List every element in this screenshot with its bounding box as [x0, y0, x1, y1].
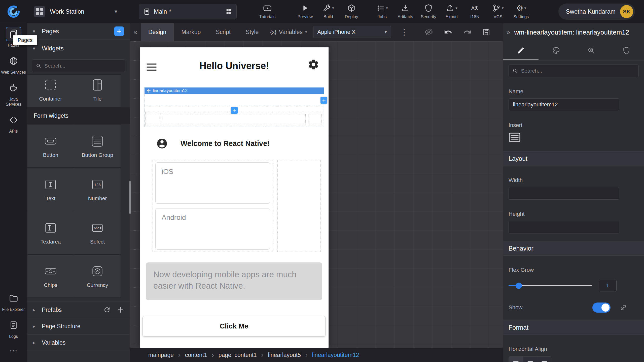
- height-field[interactable]: [509, 221, 619, 233]
- empty-layout-column[interactable]: [277, 160, 321, 252]
- widgets-section-header[interactable]: ▾ Widgets: [27, 39, 130, 57]
- widget-tile-chips[interactable]: Chips: [27, 255, 74, 297]
- page-structure-section-header[interactable]: ▸ Page Structure: [27, 318, 130, 335]
- property-search-input[interactable]: [521, 68, 635, 74]
- bind-property-icon[interactable]: [620, 304, 627, 311]
- rail-item-label: Logs: [9, 334, 18, 339]
- project-switcher[interactable]: Work Station ▾: [34, 6, 117, 17]
- widget-tile-textarea[interactable]: Textarea: [27, 211, 74, 254]
- rail-item-java-services[interactable]: Java Services: [0, 78, 27, 110]
- tab-styles[interactable]: [539, 41, 574, 60]
- phone-settings-gear-icon[interactable]: [307, 58, 319, 71]
- note-box[interactable]: Now developing mobile apps are much easi…: [146, 262, 322, 300]
- breadcrumb-item-content1[interactable]: content1: [185, 352, 207, 358]
- welcome-row[interactable]: Welcome to React Native!: [140, 136, 329, 151]
- save-button[interactable]: [482, 28, 491, 36]
- phone-header: Hello Universe!: [140, 47, 329, 85]
- selected-widget-wrapper[interactable]: linearlayoutitem12: [145, 88, 324, 127]
- expand-panel-button[interactable]: »: [506, 28, 510, 36]
- widget-search-box[interactable]: [32, 59, 125, 72]
- add-widget-center-button[interactable]: [231, 107, 238, 114]
- prefabs-section-header[interactable]: ▸ Prefabs: [27, 302, 130, 318]
- breadcrumb-item-linearlayoutitem12[interactable]: linearlayoutitem12: [312, 352, 359, 358]
- align-center-button[interactable]: [523, 357, 537, 362]
- app-logo[interactable]: [0, 5, 27, 19]
- page-tab-main[interactable]: Main *: [139, 4, 237, 19]
- security-button[interactable]: Security: [417, 4, 440, 19]
- widget-tile-currency[interactable]: Currency: [74, 255, 121, 297]
- tab-design[interactable]: Design: [141, 23, 174, 41]
- rail-item-logs[interactable]: Logs: [0, 315, 27, 342]
- deploy-button[interactable]: Deploy: [340, 4, 363, 19]
- layout-cell[interactable]: [163, 114, 306, 124]
- linearlayout-row[interactable]: [146, 112, 323, 126]
- device-select[interactable]: Apple iPhone X ▾: [313, 26, 391, 38]
- slider-thumb[interactable]: [516, 283, 522, 289]
- property-search-box[interactable]: [509, 65, 639, 77]
- refresh-icon[interactable]: [103, 306, 111, 314]
- widget-tile-container[interactable]: Container: [27, 75, 74, 107]
- widget-search-input[interactable]: [44, 63, 122, 69]
- breadcrumb-item-linearlayout5[interactable]: linearlayout5: [268, 352, 301, 358]
- rail-item-web-services[interactable]: Web Services: [0, 51, 27, 78]
- vcs-button[interactable]: ▾ VCS: [486, 4, 510, 19]
- add-prefab-icon[interactable]: [117, 307, 124, 313]
- jobs-button[interactable]: ▾ Jobs: [371, 4, 394, 19]
- pages-grid-icon[interactable]: [225, 8, 232, 15]
- widget-tile-text[interactable]: Text: [27, 168, 74, 211]
- tab-style[interactable]: Style: [238, 23, 266, 41]
- add-widget-right-button[interactable]: [320, 97, 327, 104]
- align-right-button[interactable]: [537, 357, 551, 362]
- settings-button[interactable]: ⚙ ▾ Settings: [510, 4, 533, 19]
- layout-cell[interactable]: [147, 114, 160, 124]
- selected-layout-item[interactable]: [145, 94, 324, 106]
- click-me-button[interactable]: Click Me: [142, 316, 326, 337]
- tab-markup[interactable]: Markup: [174, 23, 208, 41]
- rail-item-file-explorer[interactable]: File Explorer: [0, 288, 27, 315]
- export-button[interactable]: ▾ Export: [440, 4, 463, 19]
- variables-menu[interactable]: {x} Variables ▾: [270, 29, 307, 36]
- breadcrumb-item-mainpage[interactable]: mainpage: [148, 352, 174, 358]
- add-page-button[interactable]: [114, 26, 124, 36]
- tab-script[interactable]: Script: [208, 23, 238, 41]
- name-field[interactable]: [509, 98, 619, 111]
- preview-button[interactable]: Preview: [294, 4, 317, 19]
- panel-scrollbar[interactable]: [129, 181, 131, 214]
- tutorials-button[interactable]: Tutorials: [256, 4, 279, 19]
- chevron-down-icon[interactable]: ▾: [115, 8, 117, 15]
- undo-button[interactable]: [444, 28, 452, 36]
- artifacts-button[interactable]: Artifacts: [394, 4, 417, 19]
- list-item-ios[interactable]: iOS: [155, 162, 270, 204]
- more-options-button[interactable]: ⋮: [400, 27, 408, 37]
- widget-tile-select[interactable]: Abc Select: [74, 211, 121, 254]
- show-toggle[interactable]: [592, 303, 611, 313]
- phone-artboard[interactable]: Hello Universe! linearlayoutitem12: [140, 47, 329, 348]
- widget-tile-button-group[interactable]: Button Group: [74, 125, 121, 167]
- flex-grow-slider[interactable]: [509, 285, 592, 286]
- design-canvas[interactable]: Hello Universe! linearlayoutitem12: [130, 41, 503, 348]
- align-left-button[interactable]: [509, 357, 523, 362]
- variables-section-header[interactable]: ▸ Variables: [27, 335, 130, 351]
- layout-cell[interactable]: [308, 114, 322, 124]
- list-container[interactable]: iOS Android: [153, 160, 273, 252]
- user-menu[interactable]: Swetha Kundaram SK: [558, 4, 635, 20]
- widget-tile-number[interactable]: 123 Number: [74, 168, 121, 211]
- rail-item-apis[interactable]: APIs: [0, 110, 27, 137]
- pages-section-header[interactable]: ▾ Pages: [27, 23, 130, 39]
- tab-security[interactable]: [609, 41, 644, 60]
- tab-properties[interactable]: [503, 41, 539, 60]
- insert-widget-button[interactable]: [509, 132, 521, 143]
- tab-inspect[interactable]: [574, 41, 609, 60]
- widget-tile-button[interactable]: Button: [27, 125, 74, 167]
- rail-more-button[interactable]: ⋯: [0, 342, 27, 362]
- toggle-visibility-button[interactable]: [424, 27, 433, 37]
- collapse-panel-button[interactable]: «: [130, 28, 141, 36]
- selection-label-bar[interactable]: linearlayoutitem12: [145, 87, 324, 94]
- build-button[interactable]: ▾ Build: [317, 4, 340, 19]
- list-item-android[interactable]: Android: [155, 208, 270, 250]
- widget-tile-tile[interactable]: Tile: [74, 75, 121, 107]
- breadcrumb-item-page-content1[interactable]: page_content1: [219, 352, 257, 358]
- redo-button[interactable]: [463, 28, 472, 36]
- width-field[interactable]: [509, 187, 619, 200]
- i18n-button[interactable]: A I18N: [463, 4, 486, 19]
